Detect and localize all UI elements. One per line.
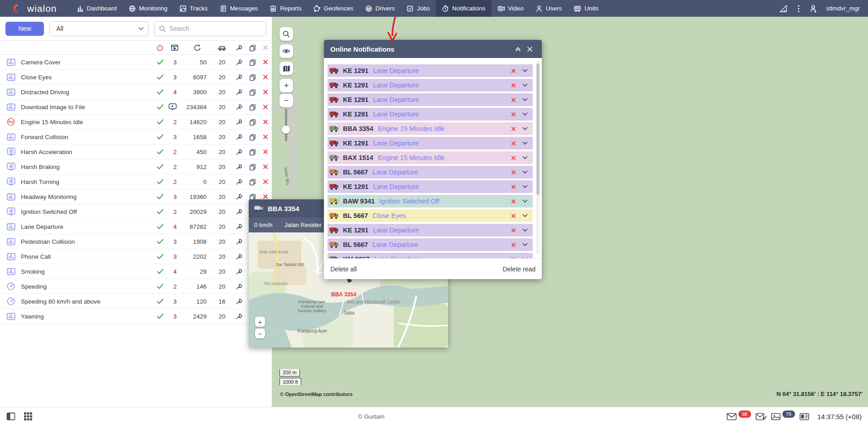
notification-rule-row[interactable]: STOP Camera Cover 3 50 20 xyxy=(0,55,272,70)
online-notification-item[interactable]: KE 1291 Lane Departure xyxy=(328,108,533,121)
rule-enabled-check[interactable] xyxy=(153,299,167,304)
rule-delete-icon[interactable] xyxy=(259,134,272,140)
dismiss-icon[interactable] xyxy=(507,112,519,117)
notification-rule-row[interactable]: STOP Speeding 80 km/h and above 3 120 16 xyxy=(0,294,272,309)
nav-item-dashboard[interactable]: Dashboard xyxy=(71,0,123,17)
ruler-tool-icon[interactable] xyxy=(779,5,788,13)
delete-column-icon[interactable] xyxy=(259,45,272,50)
online-notification-item[interactable]: KE 1291 Lane Departure xyxy=(328,64,533,77)
rule-enabled-check[interactable] xyxy=(153,239,167,244)
rule-enabled-check[interactable] xyxy=(153,74,167,80)
map-layers-button[interactable] xyxy=(280,62,293,75)
rule-enabled-check[interactable] xyxy=(153,209,167,214)
popup-scrollbar-thumb[interactable] xyxy=(536,63,540,195)
rule-settings-icon[interactable] xyxy=(232,223,246,230)
dismiss-icon[interactable] xyxy=(507,170,519,175)
expand-chevron-icon[interactable] xyxy=(519,112,531,116)
online-notification-item[interactable]: BAX 1514 Engine 15 Minutes Idle xyxy=(328,151,533,164)
dismiss-icon[interactable] xyxy=(507,213,519,218)
nav-item-reports[interactable]: Reports xyxy=(264,0,307,17)
notification-rule-row[interactable]: STOP Ignition Switched Off 2 20029 20 xyxy=(0,204,272,219)
rule-settings-icon[interactable] xyxy=(232,313,246,320)
power-toggle-icon[interactable] xyxy=(153,44,167,51)
rule-copy-icon[interactable] xyxy=(246,104,259,111)
expand-chevron-icon[interactable] xyxy=(519,243,531,246)
rule-copy-icon[interactable] xyxy=(246,89,259,96)
notification-rule-row[interactable]: STOP Distracted Driving 4 3900 20 xyxy=(0,85,272,100)
notification-rule-row[interactable]: STOP Harsh Turning 2 0 20 xyxy=(0,174,272,189)
rule-settings-icon[interactable] xyxy=(232,134,246,140)
notification-rule-row[interactable]: STOP Lane Departure 4 87282 20 xyxy=(0,219,272,234)
rule-settings-icon[interactable] xyxy=(232,283,246,290)
account-icon[interactable] xyxy=(809,5,817,13)
dismiss-icon[interactable] xyxy=(507,126,519,131)
settings-column-icon[interactable] xyxy=(232,44,246,51)
notification-rule-row[interactable]: STOP Speeding 2 146 20 xyxy=(0,279,272,294)
mail-icon[interactable] xyxy=(727,413,737,420)
expand-chevron-icon[interactable] xyxy=(519,98,531,101)
online-notification-item[interactable]: KE 1291 Lane Departure xyxy=(328,79,533,92)
rule-settings-icon[interactable] xyxy=(232,193,246,200)
map-zoom-out-button[interactable]: − xyxy=(280,94,293,107)
rule-enabled-check[interactable] xyxy=(153,284,167,289)
nav-item-units[interactable]: Units xyxy=(568,0,604,17)
filter-dropdown[interactable]: All xyxy=(49,21,148,36)
expand-chevron-icon[interactable] xyxy=(519,156,531,159)
rule-settings-icon[interactable] xyxy=(232,298,246,305)
nav-item-notifications[interactable]: Notifications xyxy=(436,0,492,17)
rule-copy-icon[interactable] xyxy=(246,149,259,155)
rule-enabled-check[interactable] xyxy=(153,119,167,125)
media-gallery-icon[interactable] xyxy=(771,413,781,420)
rule-copy-icon[interactable] xyxy=(246,119,259,126)
zoom-slider-track[interactable] xyxy=(285,109,287,141)
unit-column-icon[interactable] xyxy=(212,44,232,51)
notification-rule-row[interactable]: STOP Download Image to File 234384 20 xyxy=(0,100,272,115)
rule-enabled-check[interactable] xyxy=(153,314,167,319)
wialon-logo[interactable]: wialon xyxy=(0,0,71,17)
notification-rule-row[interactable]: STOP Engine 15 Minutes Idle 2 14620 20 xyxy=(0,115,272,130)
dismiss-icon[interactable] xyxy=(507,257,519,259)
dismiss-icon[interactable] xyxy=(507,228,519,233)
report-card-icon[interactable] xyxy=(800,413,809,420)
rule-enabled-check[interactable] xyxy=(153,104,167,110)
rule-settings-icon[interactable] xyxy=(232,164,246,170)
expand-chevron-icon[interactable] xyxy=(519,69,531,72)
expand-chevron-icon[interactable] xyxy=(519,228,531,232)
delete-all-button[interactable]: Delete all xyxy=(330,266,357,273)
rule-delete-icon[interactable] xyxy=(259,194,272,199)
rule-enabled-check[interactable] xyxy=(153,149,167,155)
notification-rule-row[interactable]: STOP Harsh Acceleration 2 450 20 xyxy=(0,145,272,159)
rule-settings-icon[interactable] xyxy=(232,268,246,275)
notification-rule-row[interactable]: STOP Forward Collision 3 1658 20 xyxy=(0,130,272,145)
copy-column-icon[interactable] xyxy=(246,44,259,51)
execute-window-icon[interactable] xyxy=(167,44,182,51)
dismiss-icon[interactable] xyxy=(507,83,519,88)
search-input[interactable] xyxy=(169,25,261,32)
expand-chevron-icon[interactable] xyxy=(519,185,531,188)
rule-copy-icon[interactable] xyxy=(246,179,259,185)
online-notification-item[interactable]: KE 1291 Lane Departure xyxy=(328,224,533,237)
rule-copy-icon[interactable] xyxy=(246,164,259,170)
expand-chevron-icon[interactable] xyxy=(519,141,531,145)
rule-delete-icon[interactable] xyxy=(259,179,272,184)
dismiss-icon[interactable] xyxy=(507,68,519,73)
expand-chevron-icon[interactable] xyxy=(519,257,531,258)
rule-enabled-check[interactable] xyxy=(153,194,167,199)
rule-settings-icon[interactable] xyxy=(232,89,246,96)
dismiss-icon[interactable] xyxy=(507,184,519,189)
rule-copy-icon[interactable] xyxy=(246,74,259,81)
notification-rule-row[interactable]: STOP Close Eyes 3 6097 20 xyxy=(0,70,272,85)
expand-chevron-icon[interactable] xyxy=(519,199,531,203)
online-notification-item[interactable]: BL 5667 Lane Departure xyxy=(328,166,533,179)
notification-rule-row[interactable]: STOP Headway Monitoring 3 19360 20 xyxy=(0,189,272,204)
rule-delete-icon[interactable] xyxy=(259,74,272,80)
rule-delete-icon[interactable] xyxy=(259,149,272,155)
online-notification-item[interactable]: BL 5667 Close Eyes xyxy=(328,209,533,222)
rule-settings-icon[interactable] xyxy=(232,179,246,185)
rule-settings-icon[interactable] xyxy=(232,104,246,111)
apps-grid-icon[interactable] xyxy=(24,412,33,421)
nav-item-users[interactable]: Users xyxy=(530,0,568,17)
online-notification-item[interactable]: KE 1291 Lane Departure xyxy=(328,137,533,150)
mini-map-zoom-out[interactable]: − xyxy=(255,328,265,338)
rule-settings-icon[interactable] xyxy=(232,253,246,260)
